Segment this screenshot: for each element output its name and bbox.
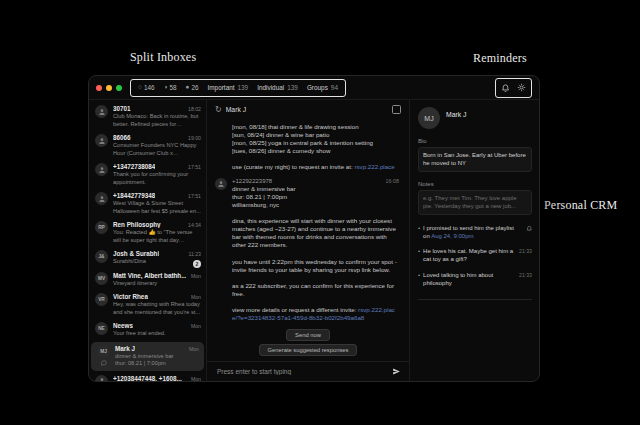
person-icon <box>98 195 106 203</box>
conversation-row[interactable]: NE Neews Mon Your free trial ended. <box>89 319 206 341</box>
note-time: 21:33 <box>519 272 532 278</box>
tab-label: Groups <box>307 84 328 91</box>
conversation-time: Mon <box>191 294 201 300</box>
avatar: RP <box>95 221 108 234</box>
reminder-bell-icon <box>526 225 533 232</box>
conversation-row[interactable]: J& Josh & Surabhi 11:23 Surabhi/Dina 2 <box>89 247 206 269</box>
chat-bubble-icon <box>101 360 107 366</box>
tab-label: Important <box>208 84 235 91</box>
tab-count: 139 <box>238 84 249 91</box>
avatar: J& <box>95 250 108 263</box>
conversation-preview: Thank you for confirming your appointmen… <box>113 171 201 186</box>
avatar: VR <box>95 293 108 306</box>
notes-label: Notes <box>418 181 532 187</box>
conversation-time: 18:02 <box>188 106 201 112</box>
avatar: MJ <box>97 345 110 358</box>
avatar <box>95 134 108 147</box>
note-item[interactable]: • He loves his cat. Maybe get him a cat … <box>418 247 532 264</box>
sidebar-toggle-icon[interactable] <box>392 105 401 114</box>
inbox-filter[interactable]: ● 26 <box>186 84 199 91</box>
message: +12292223978 15:55 members in new york c… <box>215 117 399 171</box>
suggestion-button[interactable]: Generate suggested responses <box>259 344 358 356</box>
unread-badge: 2 <box>193 260 201 268</box>
note-item[interactable]: • Loved talking to him about philosophy … <box>418 271 532 288</box>
conversation-body: Ren Philosophy 14:34 You: Reacted 👍 to "… <box>113 221 201 244</box>
conversation-row[interactable]: RP Ren Philosophy 14:34 You: Reacted 👍 t… <box>89 218 206 247</box>
conversation-time: Mon <box>191 273 201 279</box>
bell-icon[interactable] <box>501 83 510 92</box>
avatar-column <box>95 192 108 215</box>
note-item[interactable]: • I promised to send him the playlist on… <box>418 224 532 241</box>
reminders-settings-box <box>495 78 532 98</box>
conversation-row[interactable]: MV Matt Vine, Albert bathh... Mon Vineya… <box>89 269 206 291</box>
send-icon[interactable] <box>392 367 401 376</box>
avatar-column <box>95 105 108 128</box>
avatar-column <box>95 163 108 186</box>
zoom-button[interactable] <box>116 85 122 91</box>
conversation-name: Josh & Surabhi <box>113 250 159 257</box>
person-icon <box>98 108 106 116</box>
conversation-row[interactable]: 86066 19:00 Consumer Founders NYC Happy … <box>89 131 206 160</box>
avatar-column: J& <box>95 250 108 266</box>
conversation-time: 11:23 <box>188 251 201 257</box>
inbox-tab[interactable]: Individual 139 <box>257 84 298 91</box>
avatar <box>95 375 108 381</box>
chat-panel: ↻ Mark J you have until 2:22pm this sund… <box>207 100 409 381</box>
note-meta <box>526 224 533 232</box>
conversation-row[interactable]: VR Victor Rhea Mon Hey, was chatting wit… <box>89 290 206 319</box>
conversation-preview: West Village & Stone Street Halloween ba… <box>113 200 201 215</box>
annotation-split-inboxes: Split Inboxes <box>130 50 196 65</box>
tab-count: 139 <box>287 84 298 91</box>
inbox-tab[interactable]: Groups 94 <box>307 84 338 91</box>
conversation-body: Victor Rhea Mon Hey, was chatting with R… <box>113 293 201 316</box>
gear-icon[interactable] <box>517 83 526 92</box>
conversation-time: 19:00 <box>188 135 201 141</box>
avatar <box>95 163 108 176</box>
bullet-icon: • <box>418 224 420 232</box>
inbox-tab[interactable]: Important 139 <box>208 84 249 91</box>
notes-input[interactable]: e.g. They met Tim. They love apple pie. … <box>418 190 532 215</box>
conversation-name: Ren Philosophy <box>113 221 161 228</box>
conversation-preview: Surabhi/Dina <box>113 258 201 266</box>
inbox-filter[interactable]: ○ 146 <box>138 84 155 91</box>
conversation-time: 14:34 <box>188 222 201 228</box>
message-input[interactable] <box>215 367 386 376</box>
message-link[interactable]: rsvp.222.place/?e=32314832-57a1-459d-8b3… <box>232 306 395 321</box>
top-bar: ○ 146 ◑ 58 ● 26 Important 139 Individual… <box>89 76 539 100</box>
conversation-name: Mark J <box>115 345 135 352</box>
suggestion-button[interactable]: Send now <box>286 329 330 341</box>
conversation-row[interactable]: +18442779348 17:51 West Village & Stone … <box>89 189 206 218</box>
contact-header: MJ Mark J <box>418 107 532 129</box>
conversation-preview: dinner & immersive bar thur: 08.21 | 7:0… <box>115 353 199 368</box>
contact-divider <box>418 299 532 300</box>
note-meta: 21:33 <box>519 247 532 254</box>
avatar <box>95 105 108 118</box>
avatar-initials: J& <box>98 254 104 259</box>
notes-list: • I promised to send him the playlist on… <box>418 224 532 288</box>
close-button[interactable] <box>96 85 102 91</box>
conversation-body: 86066 19:00 Consumer Founders NYC Happy … <box>113 134 201 157</box>
message-link[interactable]: rsvp.222.place <box>354 163 394 170</box>
conversation-row[interactable]: 30701 18:02 Club Monaco: Back in routine… <box>89 102 206 131</box>
refresh-icon[interactable]: ↻ <box>215 106 222 114</box>
avatar-column: NE <box>95 322 108 338</box>
bio-field[interactable]: Born in San Jose. Early at Uber before h… <box>418 147 532 172</box>
note-date-link[interactable]: Aug 24, 9:00pm <box>431 233 473 239</box>
inbox-filter[interactable]: ◑ 58 <box>164 84 177 91</box>
conversation-row[interactable]: +13472738084 17:51 Thank you for confirm… <box>89 160 206 189</box>
note-text: He loves his cat. Maybe get him a cat to… <box>423 247 514 264</box>
minimize-button[interactable] <box>106 85 112 91</box>
conversation-preview: You: Reacted 👍 to "The venue will be sup… <box>113 229 201 244</box>
person-icon <box>98 377 106 381</box>
conversation-preview: Hey, was chatting with Rhea today and sh… <box>113 301 201 316</box>
conversation-preview: Vineyard itinerary <box>113 280 201 288</box>
avatar <box>95 192 108 205</box>
avatar: NE <box>95 322 108 335</box>
circle-filled-icon: ● <box>186 84 190 90</box>
conversation-row[interactable]: MJ Mark J Mon dinner & immersive bar thu… <box>91 342 204 371</box>
message-text: members in new york city can now request… <box>232 117 399 171</box>
conversation-row[interactable]: +12038447448, +1608... Mon Loved "Such a… <box>89 372 206 381</box>
note-text: I promised to send him the playlist on A… <box>423 224 520 241</box>
contact-avatar: MJ <box>418 107 440 129</box>
contact-panel: MJ Mark J Bio Born in San Jose. Early at… <box>409 100 539 381</box>
